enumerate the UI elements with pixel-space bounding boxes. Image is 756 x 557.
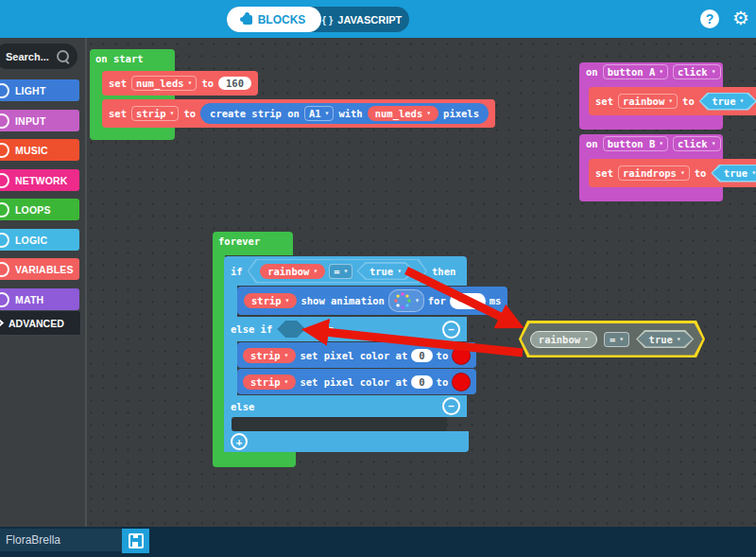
braces-icon: { }	[322, 14, 334, 26]
save-button[interactable]	[122, 529, 149, 553]
block-workspace[interactable]: on start set num_leds to 160 set strip t…	[85, 38, 756, 527]
keyword-set: set	[595, 96, 613, 107]
keyword-for: for	[428, 295, 446, 306]
sidebar-item-logic[interactable]: LOGIC	[0, 229, 79, 251]
keyword-set: set	[109, 78, 127, 89]
color-swatch-red[interactable]	[452, 346, 471, 365]
else-row[interactable]: else −	[224, 395, 467, 417]
search-input[interactable]	[4, 50, 57, 63]
true-value-block[interactable]: true	[711, 165, 756, 183]
keyword-else: else	[231, 401, 254, 412]
variable-dropdown-rainbow[interactable]: rainbow	[618, 94, 678, 109]
gear-icon[interactable]: ⚙	[732, 7, 749, 29]
pin-dropdown-a1[interactable]: A1	[304, 106, 334, 121]
forever-label: forever	[218, 235, 260, 247]
floating-comparison-block-highlighted[interactable]: rainbow = true	[519, 321, 705, 357]
tab-blocks[interactable]: BLOCKS	[227, 7, 321, 32]
math-icon	[0, 292, 9, 307]
forever-block-header[interactable]: forever	[213, 232, 293, 255]
keyword-ms: ms	[490, 295, 502, 306]
true-value-block[interactable]: true	[356, 262, 414, 280]
show-animation-label: show animation	[301, 295, 385, 306]
pixel-index-value[interactable]: 0	[411, 375, 432, 389]
keyword-set: set	[109, 108, 127, 119]
set-strip-block[interactable]: set strip to create strip on A1 with num…	[102, 99, 495, 128]
puzzle-icon	[243, 15, 252, 25]
variable-dropdown-strip[interactable]: strip	[131, 106, 179, 121]
keyword-to: to	[183, 108, 196, 119]
collapse-minus-icon[interactable]: −	[442, 321, 460, 339]
logic-icon	[0, 233, 9, 248]
keyword-if: if	[231, 266, 243, 277]
project-name-input[interactable]	[0, 529, 122, 551]
sidebar-item-input[interactable]: INPUT	[0, 110, 79, 131]
rainbow-animation-icon	[393, 291, 412, 310]
show-animation-block[interactable]: strip show animation for ms	[237, 287, 507, 315]
if-block-footer[interactable]: +	[224, 431, 469, 452]
light-icon	[0, 83, 9, 98]
click-dropdown[interactable]: click	[673, 64, 720, 79]
button-a-dropdown[interactable]: button A	[603, 64, 668, 79]
num-leds-variable-pill[interactable]: num_leds	[368, 106, 438, 121]
sidebar-item-variables[interactable]: VARIABLES	[0, 258, 79, 280]
animation-dropdown[interactable]	[388, 289, 424, 312]
keyword-then: then	[310, 323, 334, 335]
tab-javascript[interactable]: { } JAVASCRIPT	[315, 7, 409, 32]
sidebar-item-loops[interactable]: LOOPS	[0, 199, 79, 220]
keyword-on: on	[586, 138, 598, 149]
strip-variable-pill[interactable]: strip	[243, 374, 296, 390]
search-box[interactable]	[0, 44, 77, 69]
create-strip-block[interactable]: create strip on A1 with num_leds pixels	[200, 103, 489, 124]
keyword-to: to	[682, 96, 695, 107]
keyword-to: to	[437, 350, 449, 361]
add-branch-plus-icon[interactable]: +	[231, 433, 248, 450]
music-icon	[0, 143, 9, 158]
sidebar-item-light[interactable]: LIGHT	[0, 79, 79, 101]
empty-statement-slot[interactable]	[232, 417, 447, 431]
set-rainbow-true-block[interactable]: set rainbow to true	[589, 87, 756, 115]
strip-variable-pill[interactable]: strip	[244, 293, 297, 308]
help-icon[interactable]: ?	[700, 9, 719, 28]
set-raindrops-true-block[interactable]: set raindrops to true	[589, 159, 756, 187]
loops-icon	[0, 202, 9, 218]
if-condition-row[interactable]: if rainbow = true then	[224, 256, 467, 286]
sidebar-item-advanced[interactable]: ADVANCED	[0, 310, 81, 336]
pixel-index-value[interactable]: 0	[411, 349, 432, 362]
sidebar-item-music[interactable]: MUSIC	[0, 139, 79, 161]
rainbow-variable-pill[interactable]: rainbow	[530, 331, 597, 348]
collapse-minus-icon[interactable]: −	[442, 397, 460, 415]
set-num-leds-block[interactable]: set num_leds to 160	[102, 71, 258, 96]
variable-dropdown-raindrops[interactable]: raindrops	[618, 165, 690, 181]
empty-condition-slot[interactable]	[277, 321, 305, 338]
sidebar-item-math[interactable]: MATH	[0, 288, 79, 310]
color-swatch-red[interactable]	[452, 373, 471, 392]
on-button-b-header: on button B click	[579, 136, 723, 151]
input-icon	[0, 113, 9, 129]
operator-dropdown[interactable]: =	[604, 332, 629, 347]
comparison-block[interactable]: rainbow = true	[248, 259, 427, 284]
keyword-then: then	[432, 266, 455, 277]
sidebar-item-network[interactable]: NETWORK	[0, 169, 79, 191]
button-b-dropdown[interactable]: button B	[603, 136, 668, 151]
duration-dropdown[interactable]	[450, 293, 486, 309]
set-pixel-color-block[interactable]: strip set pixel color at 0 to	[237, 342, 476, 368]
keyword-with: with	[338, 108, 362, 119]
keyword-on: on	[586, 66, 598, 78]
rainbow-variable-pill[interactable]: rainbow	[260, 264, 325, 279]
strip-variable-pill[interactable]: strip	[243, 348, 296, 363]
true-value-block[interactable]: true	[699, 93, 756, 111]
click-dropdown[interactable]: click	[673, 136, 720, 151]
keyword-to: to	[437, 376, 449, 388]
true-value-block[interactable]: true	[636, 330, 694, 348]
else-if-row[interactable]: else if then −	[224, 317, 467, 341]
variables-icon	[0, 262, 9, 277]
value-160[interactable]: 160	[218, 77, 251, 90]
set-pixel-color-block[interactable]: strip set pixel color at 0 to	[237, 369, 476, 394]
set-pixel-color-label: set pixel color at	[300, 350, 407, 361]
keyword-else-if: else if	[231, 323, 272, 335]
operator-dropdown[interactable]: =	[329, 264, 352, 279]
bottom-bar	[0, 527, 756, 557]
forever-block-footer[interactable]	[213, 452, 296, 467]
variable-dropdown-num-leds[interactable]: num_leds	[131, 76, 197, 91]
on-button-a-header: on button A click	[579, 64, 723, 79]
